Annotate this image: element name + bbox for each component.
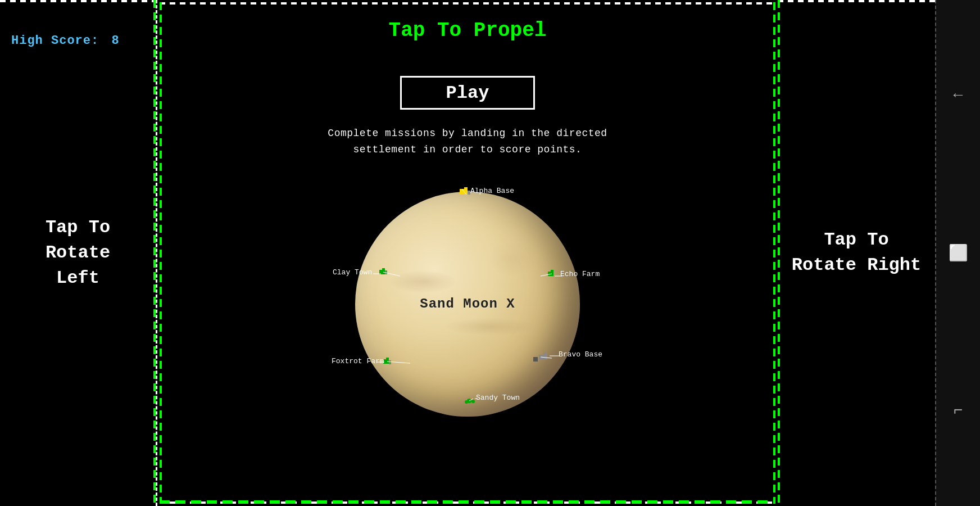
center-right-border bbox=[773, 2, 775, 504]
back-icon[interactable]: ← bbox=[954, 87, 963, 104]
right-panel[interactable]: Tap To Rotate Right bbox=[778, 0, 935, 506]
high-score-label: High Score: bbox=[11, 34, 99, 48]
high-score-value: 8 bbox=[111, 34, 119, 48]
planet: Sand Moon X bbox=[355, 192, 580, 417]
center-panel: Tap To Propel Play Complete missions by … bbox=[157, 0, 778, 506]
play-button[interactable]: Play bbox=[400, 76, 535, 110]
rotate-right-text: Tap To Rotate Right bbox=[792, 228, 921, 278]
center-left-border bbox=[160, 2, 162, 504]
left-panel[interactable]: High Score: 8 Tap To Rotate Left bbox=[0, 0, 157, 506]
rotate-icon[interactable]: ⬜ bbox=[949, 243, 968, 263]
corner-icon[interactable]: ⌐ bbox=[954, 402, 963, 419]
description-text: Complete missions by landing in the dire… bbox=[328, 125, 607, 158]
tap-to-propel-text: Tap To Propel bbox=[389, 19, 547, 42]
rotate-left-text: Tap To Rotate Left bbox=[39, 215, 117, 291]
planet-name: Sand Moon X bbox=[420, 296, 515, 311]
high-score-display: High Score: 8 bbox=[11, 34, 120, 48]
far-right-strip: ← ⬜ ⌐ bbox=[935, 0, 980, 506]
planet-container: Sand Moon X Alpha Base Clay Town Echo Fa… bbox=[327, 164, 608, 445]
bottom-border bbox=[160, 502, 775, 504]
